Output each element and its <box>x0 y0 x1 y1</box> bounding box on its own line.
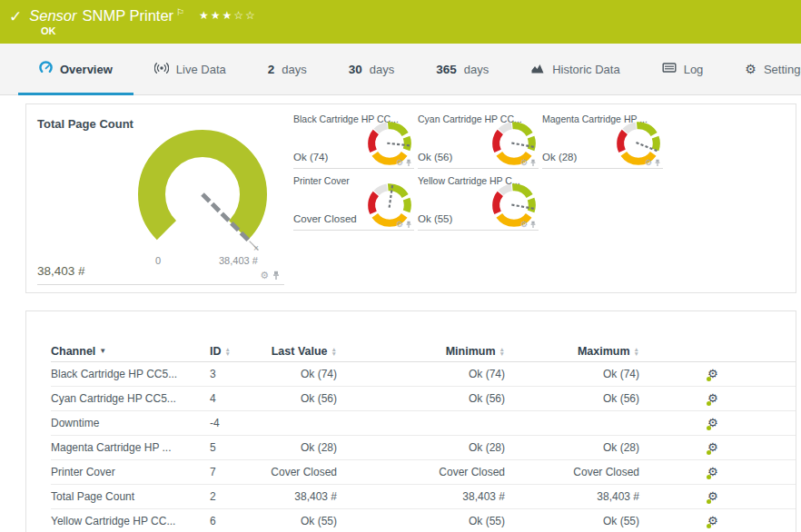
cell-last-value: Ok (74) <box>264 368 337 380</box>
table-row[interactable]: Black Cartridge HP CC5... 3 Ok (74) Ok (… <box>51 362 796 387</box>
cell-id: 5 <box>210 441 264 454</box>
tab-overview[interactable]: Overview <box>18 44 134 94</box>
tab-label: Historic Data <box>552 63 619 76</box>
edit-channel-gear-icon[interactable]: ⚙ <box>707 368 721 381</box>
mini-gauge-tile[interactable]: Magenta Cartridge HP ... Ok (28) ⚙ <box>542 112 663 169</box>
cell-channel[interactable]: Cyan Cartridge HP CC5... <box>51 392 210 405</box>
mini-gauge-value: Ok (28) <box>542 152 577 163</box>
cell-minimum: Ok (28) <box>337 441 505 454</box>
tab-live-data[interactable]: Live Data <box>134 44 247 94</box>
pin-icon[interactable] <box>405 221 412 229</box>
cell-id: 3 <box>210 368 264 380</box>
tab-number: 30 <box>349 63 362 76</box>
cell-channel[interactable]: Printer Cover <box>51 466 210 478</box>
live-data-icon <box>154 62 169 77</box>
pin-icon[interactable] <box>654 159 661 167</box>
tab-365-days[interactable]: 365 days <box>415 44 509 94</box>
historic-data-icon <box>530 62 545 77</box>
priority-stars[interactable]: ★★★☆☆ <box>199 9 257 22</box>
table-body: Black Cartridge HP CC5... 3 Ok (74) Ok (… <box>51 362 796 532</box>
sort-desc-icon[interactable]: ▼ <box>99 347 106 355</box>
column-header-min[interactable]: Minimum▲▼ <box>337 345 505 358</box>
sensor-header: ✓ Sensor SNMP Printer ⚐ ★★★☆☆ OK <box>0 0 801 44</box>
cell-channel[interactable]: Downtime <box>51 417 210 429</box>
mini-gauge-value: Ok (55) <box>418 213 452 224</box>
tab-label: days <box>282 63 306 76</box>
flag-icon[interactable]: ⚐ <box>176 7 184 17</box>
edit-channel-gear-icon[interactable]: ⚙ <box>707 490 721 504</box>
tab-historic-data[interactable]: Historic Data <box>509 44 640 94</box>
sort-both-icon[interactable]: ▲▼ <box>634 347 639 356</box>
edit-channel-gear-icon[interactable]: ⚙ <box>707 441 721 455</box>
sensor-title: SNMP Printer <box>83 7 174 25</box>
total-page-count-gauge <box>98 108 307 262</box>
table-row[interactable]: Printer Cover 7 Cover Closed Cover Close… <box>51 460 796 485</box>
tab-2-days[interactable]: 2 days <box>247 44 328 94</box>
cell-channel[interactable]: Magenta Cartridge HP ... <box>51 441 210 454</box>
cell-channel[interactable]: Total Page Count <box>51 490 210 503</box>
gauges-panel: Total Page Count × 38,403 # 0 38,403 # ⚙… <box>25 103 796 293</box>
gauge-settings-gear-icon[interactable]: ⚙ <box>520 221 528 229</box>
table-row[interactable]: Yellow Cartridge HP CC... 6 Ok (55) Ok (… <box>51 509 796 532</box>
gauge-settings-gear-icon[interactable]: ⚙ <box>645 159 652 167</box>
cell-maximum: Cover Closed <box>505 466 639 478</box>
tab-label: Log <box>684 63 704 76</box>
table-header-row: Channel▼ID▲▼Last Value▲▼Minimum▲▼Maximum… <box>51 340 796 362</box>
edit-channel-gear-icon[interactable]: ⚙ <box>707 466 721 479</box>
table-row[interactable]: Magenta Cartridge HP ... 5 Ok (28) Ok (2… <box>51 436 796 460</box>
settings-gear-icon: ⚙ <box>745 62 756 76</box>
gauge-settings-gear-icon[interactable]: ⚙ <box>520 159 528 167</box>
gauge-settings-gear-icon[interactable]: ⚙ <box>396 221 403 229</box>
gauge-max-label: 38,403 # <box>219 255 258 266</box>
cell-maximum: Ok (74) <box>505 368 639 380</box>
pin-icon[interactable] <box>529 159 537 167</box>
cell-id: 2 <box>210 490 264 503</box>
tab-label: Overview <box>60 63 113 76</box>
gauge-settings-gear-icon[interactable]: ⚙ <box>396 159 403 167</box>
tab-label: days <box>464 63 489 76</box>
cell-channel[interactable]: Black Cartridge HP CC5... <box>51 368 210 380</box>
cell-last-value: Ok (28) <box>264 441 337 454</box>
gauge-settings-gear-icon[interactable]: ⚙ <box>260 271 269 281</box>
cell-maximum: Ok (55) <box>505 515 639 527</box>
tab-settings[interactable]: ⚙ Settings <box>724 44 801 94</box>
mini-gauge-value: Cover Closed <box>293 213 357 224</box>
cell-id: 7 <box>210 466 264 478</box>
channel-table-panel: Channel▼ID▲▼Last Value▲▼Minimum▲▼Maximum… <box>25 310 796 532</box>
tab-30-days[interactable]: 30 days <box>328 44 416 94</box>
total-page-count-gauge-tile[interactable]: Total Page Count × 38,403 # 0 38,403 # ⚙ <box>37 112 284 285</box>
cell-maximum: Ok (56) <box>505 392 639 405</box>
edit-channel-gear-icon[interactable]: ⚙ <box>707 392 721 406</box>
tab-label: Live Data <box>176 63 226 76</box>
tab-label: Settings <box>764 63 801 76</box>
edit-channel-gear-icon[interactable]: ⚙ <box>707 417 721 430</box>
gauge-icon <box>39 61 53 77</box>
column-header-max[interactable]: Maximum▲▼ <box>505 345 639 358</box>
mini-gauge-tile[interactable]: Cyan Cartridge HP CC... Ok (56) ⚙ <box>418 112 539 169</box>
table-row[interactable]: Total Page Count 2 38,403 # 38,403 # 38,… <box>51 485 796 509</box>
mini-gauge-tile[interactable]: Yellow Cartridge HP C... Ok (55) ⚙ <box>418 173 539 231</box>
cell-id: 4 <box>210 392 264 405</box>
pin-icon[interactable] <box>272 271 281 281</box>
mini-gauge-tile[interactable]: Printer Cover Cover Closed ⚙ <box>293 173 414 231</box>
pin-icon[interactable] <box>529 221 537 229</box>
cell-id: -4 <box>210 417 264 429</box>
mini-gauge-tile[interactable]: Black Cartridge HP CC... Ok (74) ⚙ <box>293 112 414 169</box>
edit-channel-gear-icon[interactable]: ⚙ <box>707 515 721 528</box>
column-header-id[interactable]: ID▲▼ <box>210 345 264 358</box>
column-header-last[interactable]: Last Value▲▼ <box>264 345 337 358</box>
status-check-icon: ✓ <box>9 7 22 25</box>
cell-last-value: Cover Closed <box>264 466 337 478</box>
table-row[interactable]: Downtime -4 ⚙ <box>51 411 796 436</box>
table-row[interactable]: Cyan Cartridge HP CC5... 4 Ok (56) Ok (5… <box>51 387 796 411</box>
column-header-channel[interactable]: Channel▼ <box>51 345 210 358</box>
mini-gauge-value: Ok (56) <box>418 152 452 163</box>
cell-last-value: 38,403 # <box>264 490 337 503</box>
pin-icon[interactable] <box>405 159 412 167</box>
tab-log[interactable]: Log <box>641 44 725 94</box>
gauge-current-value: 38,403 # <box>37 264 85 278</box>
object-kind-label: Sensor <box>29 7 76 25</box>
sort-both-icon[interactable]: ▲▼ <box>225 347 231 356</box>
cell-channel[interactable]: Yellow Cartridge HP CC... <box>51 515 210 527</box>
cell-minimum: Ok (74) <box>337 368 505 380</box>
